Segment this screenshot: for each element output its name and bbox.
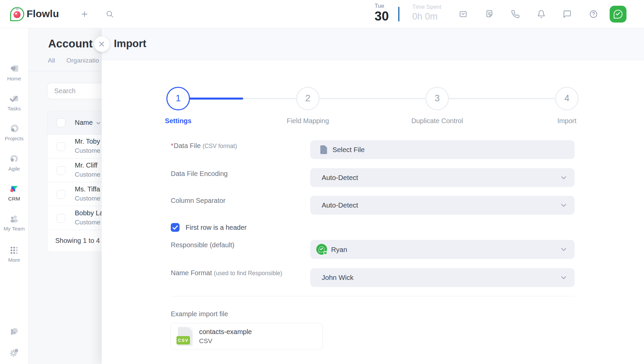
csv-badge: CSV — [176, 336, 190, 344]
example-file-name: contacts-example — [199, 328, 252, 336]
tab-all[interactable]: All — [48, 57, 55, 64]
sidebar-settings-button[interactable] — [0, 347, 28, 358]
more-grid-icon — [0, 245, 28, 256]
example-file-card[interactable]: CSV contacts-example CSV — [170, 323, 323, 350]
close-button[interactable] — [94, 36, 109, 52]
close-icon — [98, 41, 105, 47]
user-avatar-button[interactable] — [610, 6, 626, 23]
time-spent-label: Time Spent — [412, 4, 441, 10]
stepper-track — [190, 98, 555, 99]
step-4-circle[interactable]: 4 — [555, 87, 579, 110]
encoding-select[interactable]: Auto-Detect — [310, 168, 575, 187]
notifications-button[interactable] — [537, 10, 546, 19]
row-checkbox[interactable] — [57, 166, 65, 175]
name-format-hint: (used to find Responsible) — [214, 270, 282, 277]
step-3-number: 3 — [434, 93, 440, 103]
sidebar-item-agile[interactable]: Agile — [0, 153, 28, 172]
responsible-value: Ryan — [331, 246, 347, 254]
row-subtitle: Custome — [75, 195, 100, 202]
csv-file-icon: CSV — [178, 327, 193, 346]
modal-header: Import — [102, 28, 644, 60]
step-3-circle[interactable]: 3 — [425, 87, 449, 110]
row-checkbox[interactable] — [57, 142, 65, 151]
pagination-summary: Showing 1 to 4 — [55, 237, 100, 245]
data-file-hint: (CSV format) — [202, 143, 237, 149]
tab-organizations[interactable]: Organizatio — [66, 57, 99, 64]
sidebar-item-crm[interactable]: CRM — [0, 183, 28, 202]
step-1-label: Settings — [138, 117, 219, 125]
select-all-checkbox[interactable] — [57, 118, 65, 127]
date-day: 30 — [375, 9, 398, 23]
sidebar-label-tasks: Tasks — [0, 106, 28, 112]
sort-chevron-icon[interactable] — [96, 120, 101, 126]
row-checkbox[interactable] — [57, 190, 65, 199]
example-file-label: Example import file — [171, 310, 228, 318]
home-icon — [0, 63, 28, 75]
first-row-header-label[interactable]: First row is a header — [186, 224, 247, 231]
responsible-select[interactable]: Ryan — [310, 240, 575, 259]
encoding-label: Data File Encoding — [171, 170, 228, 178]
logo-ornament-cap — [16, 8, 19, 10]
responsible-label: Responsible (default) — [171, 241, 234, 249]
bell-icon — [537, 10, 546, 19]
step-2-circle[interactable]: 2 — [296, 87, 320, 110]
sidebar-portal-button[interactable] — [0, 326, 28, 337]
form-divider — [171, 296, 575, 296]
search-icon — [106, 10, 114, 18]
row-subtitle: Custome — [75, 219, 100, 226]
sidebar-item-my-team[interactable]: My Team — [0, 213, 28, 232]
row-subtitle: Custome — [75, 147, 100, 154]
name-column-header[interactable]: Name — [75, 119, 93, 126]
sidebar-item-projects[interactable]: Projects — [0, 123, 28, 142]
time-spent-value: 0h 0m — [412, 11, 441, 22]
name-format-label: Name Format (used to find Responsible) — [171, 269, 282, 277]
my-team-icon — [0, 213, 28, 225]
notes-icon — [485, 10, 494, 19]
stepper-progress — [189, 98, 243, 100]
step-1-circle[interactable]: 1 — [166, 87, 190, 110]
check-icon — [172, 225, 178, 230]
global-search-button[interactable] — [106, 10, 114, 18]
select-file-button[interactable]: Select File — [310, 140, 575, 159]
step-1-number: 1 — [175, 93, 181, 103]
step-4-number: 4 — [564, 93, 569, 103]
add-button[interactable] — [80, 10, 89, 19]
sidebar-label-more: More — [0, 257, 28, 263]
chevron-down-icon — [561, 203, 567, 208]
agile-icon — [0, 153, 28, 165]
notes-button[interactable] — [485, 10, 494, 19]
name-format-select[interactable]: John Wick — [310, 268, 575, 287]
mail-icon — [459, 10, 468, 19]
online-status-dot — [323, 251, 327, 255]
data-file-label: *Data File (CSV format) — [171, 142, 237, 150]
sidebar-item-home[interactable]: Home — [0, 63, 28, 82]
sidebar-label-home: Home — [0, 76, 28, 82]
step-4-label: Import — [526, 117, 607, 125]
time-spent-widget[interactable]: Time Spent 0h 0m — [412, 4, 441, 22]
help-button[interactable] — [589, 10, 598, 19]
calendar-date-widget[interactable]: Tue 30 — [375, 3, 398, 23]
flowlu-logo-icon[interactable] — [10, 7, 24, 21]
messenger-button[interactable] — [563, 10, 572, 19]
chevron-down-icon — [561, 247, 567, 252]
sidebar-item-more[interactable]: More — [0, 245, 28, 263]
example-file-type: CSV — [199, 337, 212, 345]
crm-icon — [0, 183, 28, 195]
row-name: Mr. Toby — [75, 138, 100, 145]
inbox-button[interactable] — [459, 10, 468, 19]
step-2-number: 2 — [305, 93, 310, 103]
encoding-value: Auto-Detect — [322, 174, 358, 182]
sidebar-item-tasks[interactable]: Tasks — [0, 93, 28, 112]
app-sidebar: Home Tasks Projects Agile CRM My Team — [0, 28, 29, 364]
calls-button[interactable] — [511, 10, 520, 19]
projects-icon — [0, 123, 28, 135]
required-asterisk: * — [171, 142, 173, 149]
chevron-down-icon — [561, 275, 567, 280]
separator-select[interactable]: Auto-Detect — [310, 196, 575, 215]
first-row-header-checkbox[interactable] — [171, 223, 180, 232]
name-format-value: John Wick — [322, 274, 354, 282]
row-checkbox[interactable] — [57, 214, 65, 223]
plus-icon — [80, 10, 89, 19]
logo-ornament-ball — [13, 11, 21, 18]
chat-icon — [563, 10, 572, 19]
